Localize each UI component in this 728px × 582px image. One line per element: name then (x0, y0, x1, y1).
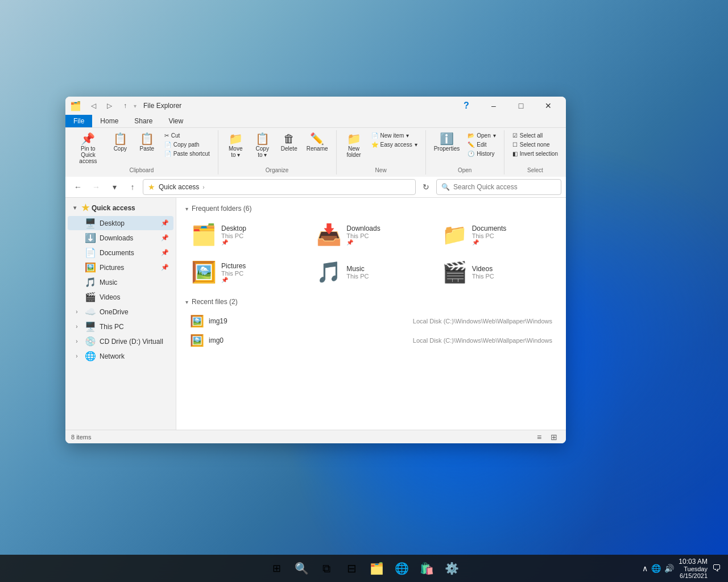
sidebar-item-pictures[interactable]: 🖼️ Pictures 📌 (68, 260, 173, 275)
sidebar-item-music[interactable]: 🎵 Music (68, 275, 173, 289)
up-button[interactable]: ↑ (125, 179, 140, 195)
delete-button[interactable]: 🗑 Delete (276, 131, 302, 153)
easy-access-icon: ⭐ (371, 142, 378, 148)
clipboard-buttons: 📌 Pin to Quickaccess 📋 Copy 📋 Paste ✂ (70, 131, 213, 166)
frequent-folders-header[interactable]: ▾ Frequent folders (6) (185, 205, 557, 213)
rename-button[interactable]: ✏️ Rename (303, 131, 332, 153)
store-taskbar-button[interactable]: 🛍️ (415, 557, 438, 580)
folder-item-music[interactable]: 🎵 Music This PC (311, 256, 431, 289)
folder-videos-icon: 🎬 (442, 260, 468, 284)
new-item-button[interactable]: 📄 New item ▾ (368, 131, 421, 140)
sidebar-item-network[interactable]: › 🌐 Network (68, 349, 173, 363)
new-buttons: 📁 Newfolder 📄 New item ▾ ⭐ Easy access ▾ (341, 131, 421, 166)
search-taskbar-button[interactable]: 🔍 (290, 557, 313, 580)
tab-home[interactable]: Home (92, 115, 126, 127)
qa-forward-button[interactable]: ▷ (102, 99, 117, 112)
maximize-button[interactable]: □ (508, 97, 534, 115)
folder-downloads-icon: 📥 (316, 223, 342, 247)
folder-item-desktop[interactable]: 🗂️ Desktop This PC 📌 (185, 218, 306, 251)
sidebar-network-label: Network (100, 352, 125, 360)
new-folder-icon: 📁 (347, 133, 361, 144)
sidebar-item-onedrive[interactable]: › ☁️ OneDrive (68, 305, 173, 319)
qa-up-button[interactable]: ↑ (118, 99, 133, 112)
sidebar-item-downloads[interactable]: ⬇️ Downloads 📌 (68, 231, 173, 245)
widgets-button[interactable]: ⊟ (340, 557, 363, 580)
cut-button[interactable]: ✂ Cut (161, 131, 213, 140)
clock-fulldate: 6/15/2021 (679, 572, 708, 579)
sidebar-item-desktop[interactable]: 🖥️ Desktop 📌 (68, 216, 173, 230)
recent-files-header[interactable]: ▾ Recent files (2) (185, 298, 557, 306)
sidebar-quick-access-header[interactable]: ▾ ★ Quick access (65, 200, 176, 215)
sidebar-item-documents[interactable]: 📄 Documents 📌 (68, 246, 173, 260)
paste-button[interactable]: 📋 Paste (134, 131, 160, 153)
file-explorer-taskbar-button[interactable]: 🗂️ (365, 557, 388, 580)
tab-file[interactable]: File (65, 115, 92, 127)
edge-taskbar-button[interactable]: 🌐 (390, 557, 413, 580)
cddrive-icon: 💿 (85, 336, 96, 347)
refresh-button[interactable]: ↻ (418, 179, 434, 195)
back-button[interactable]: ← (70, 179, 86, 195)
ribbon-content: 📌 Pin to Quickaccess 📋 Copy 📋 Paste ✂ (65, 128, 566, 177)
sidebar-item-videos[interactable]: 🎬 Videos (68, 290, 173, 304)
search-bar[interactable]: 🔍 (436, 179, 561, 195)
sidebar-item-cddrive[interactable]: › 💿 CD Drive (D:) Virtuall (68, 334, 173, 348)
pin-to-quick-access-button[interactable]: 📌 Pin to Quickaccess (70, 131, 106, 166)
tray-chevron[interactable]: ∧ (642, 564, 648, 573)
edit-button[interactable]: ✏️ Edit (464, 140, 499, 149)
search-input[interactable] (453, 183, 556, 191)
sidebar-item-thispc[interactable]: › 🖥️ This PC (68, 319, 173, 334)
volume-tray-icon[interactable]: 🔊 (664, 564, 674, 573)
system-clock[interactable]: 10:03 AM Tuesday 6/15/2021 (679, 558, 708, 579)
network-tray-icon[interactable]: 🌐 (651, 564, 661, 573)
folder-desktop-name: Desktop (221, 225, 246, 232)
invert-selection-button[interactable]: ◧ Invert selection (509, 149, 561, 158)
paste-shortcut-button[interactable]: 📄 Paste shortcut (161, 149, 213, 158)
folder-item-documents[interactable]: 📁 Documents This PC 📌 (436, 218, 557, 251)
sidebar: ▾ ★ Quick access 🖥️ Desktop 📌 ⬇️ Downloa… (65, 198, 176, 430)
settings-taskbar-button[interactable]: ⚙️ (440, 557, 463, 580)
new-small-group: 📄 New item ▾ ⭐ Easy access ▾ (368, 131, 421, 149)
notification-icon[interactable]: 🗨 (712, 563, 721, 573)
navigation-bar: ← → ▾ ↑ ★ Quick access › ↻ 🔍 (65, 177, 566, 198)
recent-locations-button[interactable]: ▾ (106, 179, 122, 195)
folder-documents-path: This PC (472, 232, 507, 239)
thispc-icon: 🖥️ (85, 321, 96, 332)
select-none-button[interactable]: ☐ Select none (509, 140, 561, 149)
folder-music-name: Music (346, 265, 369, 273)
documents-pin-icon: 📌 (161, 249, 169, 256)
new-folder-button[interactable]: 📁 Newfolder (341, 131, 367, 160)
start-button[interactable]: ⊞ (265, 557, 288, 580)
select-all-button[interactable]: ☑ Select all (509, 131, 561, 140)
close-button[interactable]: ✕ (535, 97, 561, 115)
forward-button[interactable]: → (88, 179, 104, 195)
easy-access-button[interactable]: ⭐ Easy access ▾ (368, 140, 421, 149)
move-to-button[interactable]: 📁 Moveto ▾ (223, 131, 249, 160)
list-view-button[interactable]: ≡ (533, 431, 545, 443)
properties-icon: ℹ️ (440, 133, 454, 144)
address-bar[interactable]: ★ Quick access › (143, 179, 416, 195)
folder-item-videos[interactable]: 🎬 Videos This PC (436, 256, 557, 289)
open-button[interactable]: 📂 Open ▾ (464, 131, 499, 140)
tab-view[interactable]: View (160, 115, 191, 127)
folder-item-downloads[interactable]: 📥 Downloads This PC 📌 (311, 218, 431, 251)
properties-button[interactable]: ℹ️ Properties (431, 131, 464, 153)
copy-button[interactable]: 📋 Copy (107, 131, 133, 153)
file-row-img0[interactable]: 🖼️ img0 Local Disk (C:)\Windows\Web\Wall… (185, 331, 557, 350)
copy-path-button[interactable]: 📄 Copy path (161, 140, 213, 149)
history-button[interactable]: 🕐 History (464, 149, 499, 158)
new-item-icon: 📄 (371, 132, 378, 139)
copy-to-button[interactable]: 📋 Copyto ▾ (250, 131, 275, 160)
tab-share[interactable]: Share (126, 115, 160, 127)
qa-back-button[interactable]: ◁ (86, 99, 101, 112)
minimize-button[interactable]: – (481, 97, 507, 115)
folder-item-pictures[interactable]: 🖼️ Pictures This PC 📌 (185, 256, 306, 289)
help-button[interactable]: ? (453, 97, 479, 115)
file-row-img19[interactable]: 🖼️ img19 Local Disk (C:)\Windows\Web\Wal… (185, 311, 557, 331)
open-small-group: 📂 Open ▾ ✏️ Edit 🕐 History (464, 131, 499, 158)
folder-videos-name: Videos (472, 265, 494, 273)
img19-icon: 🖼️ (190, 314, 204, 328)
taskview-button[interactable]: ⧉ (315, 557, 338, 580)
edit-icon: ✏️ (468, 142, 474, 148)
move-icon: 📁 (229, 133, 243, 144)
grid-view-button[interactable]: ⊞ (548, 431, 560, 443)
